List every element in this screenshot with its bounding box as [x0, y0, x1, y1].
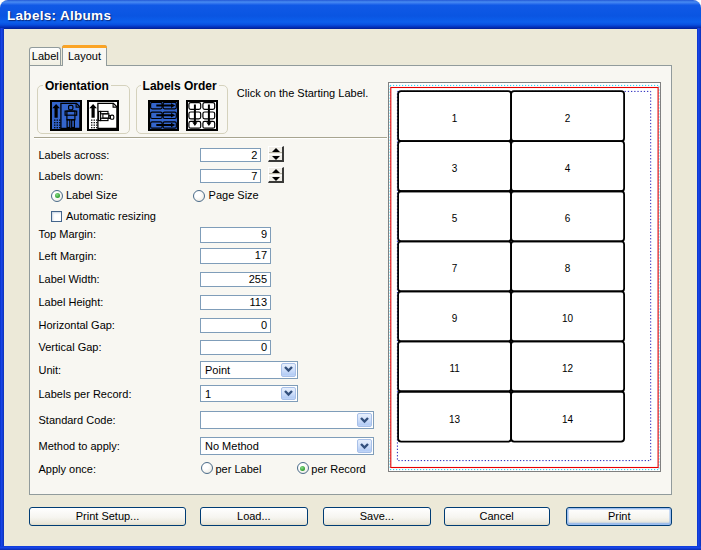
svg-text:8: 8 — [565, 263, 571, 274]
svg-text:6: 6 — [565, 213, 571, 224]
svg-text:14: 14 — [562, 413, 574, 424]
svg-text:12: 12 — [562, 363, 574, 374]
svg-text:13: 13 — [449, 413, 461, 424]
svg-text:5: 5 — [452, 213, 458, 224]
svg-text:10: 10 — [562, 313, 574, 324]
svg-text:9: 9 — [452, 313, 458, 324]
svg-text:3: 3 — [452, 163, 458, 174]
svg-text:2: 2 — [565, 113, 571, 124]
svg-text:11: 11 — [449, 363, 460, 374]
svg-text:7: 7 — [452, 263, 458, 274]
svg-text:4: 4 — [565, 163, 571, 174]
svg-text:1: 1 — [452, 113, 458, 124]
